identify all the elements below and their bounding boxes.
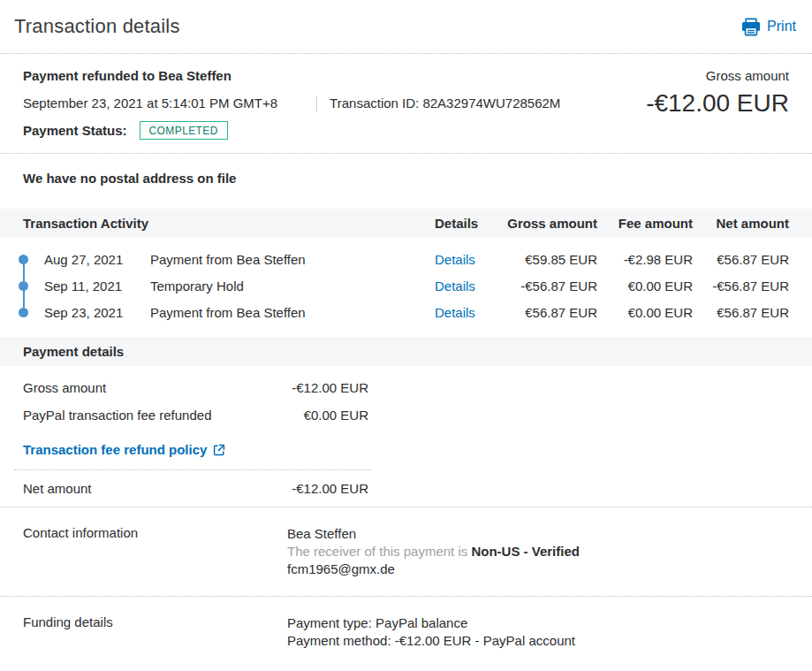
table-row: Aug 27, 2021 Payment from Bea Steffen De…: [0, 246, 812, 272]
timeline-line: [23, 259, 25, 312]
print-label: Print: [767, 19, 796, 34]
transaction-id: Transaction ID: 82A32974WU728562M: [330, 95, 560, 112]
activity-description: Payment from Bea Steffen: [150, 252, 435, 267]
payment-detail-row: PayPal transaction fee refunded €0.00 EU…: [23, 406, 368, 424]
column-header-net: Net amount: [693, 216, 789, 231]
net-amount-row: Net amount -€12.00 EUR: [23, 481, 368, 496]
pd-fee-label: PayPal transaction fee refunded: [23, 406, 211, 424]
activity-description: Temporary Hold: [150, 278, 435, 294]
payment-details-header: Payment details: [0, 337, 812, 366]
activity-net: €56.87 EUR: [693, 252, 789, 267]
print-button[interactable]: Print: [741, 18, 798, 36]
activity-date: Aug 27, 2021: [44, 252, 150, 267]
timeline-cell: [14, 308, 44, 317]
table-row: Sep 11, 2021 Temporary Hold Details -€56…: [0, 272, 812, 299]
payment-status-label: Payment Status:: [23, 123, 127, 138]
details-link[interactable]: Details: [435, 305, 475, 320]
summary-right: Gross amount -€12.00 EUR: [646, 67, 789, 118]
contact-email: fcm1965@gmx.de: [287, 560, 789, 578]
receiver-status-line: The receiver of this payment is Non-US -…: [287, 543, 789, 560]
transaction-date: September 23, 2021 at 5:14:01 PM GMT+8: [23, 95, 277, 112]
activity-gross: €56.87 EUR: [500, 305, 597, 320]
details-link[interactable]: Details: [435, 252, 475, 267]
contact-information-section: Contact information Bea Steffen The rece…: [0, 507, 812, 596]
contact-name: Bea Steffen: [287, 525, 789, 543]
status-badge: COMPLETED: [140, 121, 228, 140]
column-header-gross: Gross amount: [500, 216, 597, 231]
summary-left: Payment refunded to Bea Steffen Septembe…: [23, 67, 560, 140]
activity-net: €56.87 EUR: [693, 305, 789, 320]
postal-address-note: We have no postal address on file: [0, 154, 812, 209]
activity-gross: €59.85 EUR: [500, 252, 597, 267]
activity-gross: -€56.87 EUR: [500, 278, 597, 294]
details-link[interactable]: Details: [435, 278, 475, 294]
transaction-fee-refund-policy-link[interactable]: Transaction fee refund policy: [23, 442, 225, 457]
receiver-prefix: The receiver of this payment is: [287, 544, 471, 559]
summary-heading: Payment refunded to Bea Steffen: [23, 67, 560, 85]
summary-section: Payment refunded to Bea Steffen Septembe…: [0, 54, 812, 154]
payment-detail-row: Gross amount -€12.00 EUR: [23, 378, 368, 397]
timeline-cell: [14, 281, 44, 291]
column-header-fee: Fee amount: [597, 216, 693, 231]
funding-details-value: Payment type: PayPal balance Payment met…: [287, 614, 789, 650]
transaction-activity-title: Transaction Activity: [14, 216, 435, 231]
external-link-icon: [213, 444, 225, 456]
table-row: Sep 23, 2021 Payment from Bea Steffen De…: [0, 299, 812, 325]
activity-fee: €0.00 EUR: [597, 278, 693, 294]
contact-information-value: Bea Steffen The receiver of this payment…: [287, 525, 789, 578]
pd-gross-label: Gross amount: [23, 378, 106, 397]
vertical-separator: [316, 96, 317, 111]
activity-date: Sep 11, 2021: [44, 278, 150, 294]
net-amount-label: Net amount: [23, 481, 92, 496]
payment-status-row: Payment Status: COMPLETED: [23, 121, 560, 140]
page-title: Transaction details: [14, 15, 180, 38]
page-header: Transaction details Print: [0, 0, 812, 54]
policy-link-label: Transaction fee refund policy: [23, 442, 207, 457]
activity-description: Payment from Bea Steffen: [150, 305, 435, 320]
pd-fee-value: €0.00 EUR: [304, 406, 368, 424]
transaction-details-page: Transaction details Print Payment refund…: [0, 0, 812, 671]
net-amount-value: -€12.00 EUR: [292, 481, 368, 496]
column-header-details: Details: [435, 216, 500, 231]
transaction-activity-rows: Aug 27, 2021 Payment from Bea Steffen De…: [0, 238, 812, 337]
divider: [14, 469, 371, 470]
transaction-activity-header: Transaction Activity Details Gross amoun…: [0, 209, 812, 238]
activity-fee: €0.00 EUR: [597, 305, 693, 320]
activity-net: -€56.87 EUR: [693, 278, 789, 294]
activity-fee: -€2.98 EUR: [597, 252, 693, 267]
payment-method: Payment method: -€12.00 EUR - PayPal acc…: [287, 632, 789, 650]
receiver-status: Non-US - Verified: [471, 544, 580, 559]
contact-information-label: Contact information: [23, 525, 287, 578]
summary-meta: September 23, 2021 at 5:14:01 PM GMT+8 T…: [23, 95, 560, 112]
gross-amount-value: -€12.00 EUR: [646, 88, 789, 118]
gross-amount-label: Gross amount: [646, 67, 789, 85]
payment-type: Payment type: PayPal balance: [287, 614, 789, 632]
timeline-cell: [14, 255, 44, 264]
funding-details-label: Funding details: [23, 614, 287, 650]
activity-date: Sep 23, 2021: [44, 305, 150, 320]
pd-gross-value: -€12.00 EUR: [292, 378, 368, 397]
payment-details-title: Payment details: [14, 344, 124, 359]
payment-details-rows: Gross amount -€12.00 EUR PayPal transact…: [0, 366, 812, 507]
print-icon: [741, 18, 761, 36]
funding-details-section: Funding details Payment type: PayPal bal…: [0, 597, 812, 667]
